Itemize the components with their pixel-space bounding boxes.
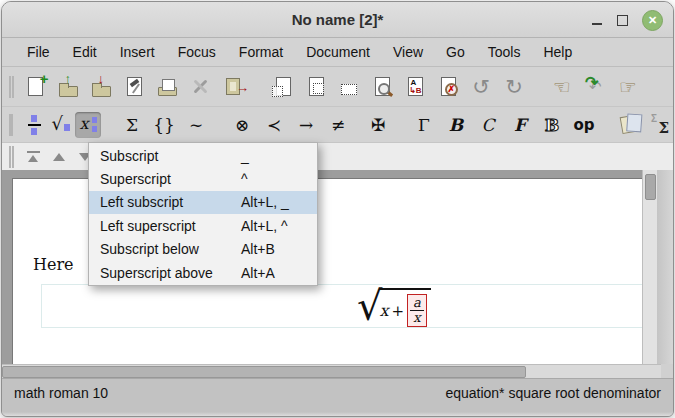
back-button[interactable] [549, 74, 575, 100]
go-up-icon [53, 152, 65, 162]
menu-bar: FileEditInsertFocusFormatDocumentViewGoT… [2, 38, 673, 66]
cut-button[interactable] [336, 74, 362, 100]
menu-Go[interactable]: Go [445, 42, 466, 62]
toolbar-drag-handle[interactable] [9, 76, 14, 98]
dropdown-item[interactable]: Subscript belowAlt+B [89, 238, 317, 261]
menu-Tools[interactable]: Tools [487, 42, 522, 62]
sqrt-button[interactable] [48, 112, 74, 138]
redo-button[interactable] [501, 74, 527, 100]
math-symbol-brackets-button[interactable]: {} [151, 112, 177, 138]
sqrt-icon [52, 115, 71, 135]
minimize-button[interactable] [591, 14, 603, 26]
fraction-button[interactable] [21, 112, 47, 138]
menu-Insert[interactable]: Insert [119, 42, 156, 62]
preferences-button[interactable] [187, 74, 213, 100]
dropdown-item[interactable]: Superscript^ [89, 167, 317, 190]
new-document-icon [28, 77, 43, 96]
scripts-button[interactable] [75, 112, 101, 138]
menu-Help[interactable]: Help [542, 42, 573, 62]
math-symbol-calligraphic-letter-button[interactable]: C [475, 112, 501, 138]
go-up-button[interactable] [48, 147, 70, 167]
print-button[interactable] [154, 74, 180, 100]
document-style-icon [127, 77, 142, 96]
dropdown-item[interactable]: Left subscriptAlt+L, _ [89, 191, 317, 214]
find-button[interactable] [369, 74, 395, 100]
scrollbar-corner [661, 364, 674, 378]
dropdown-item-shortcut: Alt+B [241, 241, 275, 257]
math-symbol-fraktur-letter-button[interactable]: F [507, 112, 533, 138]
formula-operator: + [392, 302, 405, 320]
window-title: No name [2]* [292, 11, 384, 28]
spell-button[interactable] [435, 74, 461, 100]
math-formula[interactable]: √ x + a x [357, 285, 431, 329]
close-document-button[interactable] [220, 74, 246, 100]
replace-icon [408, 77, 423, 96]
copy-button[interactable] [270, 74, 296, 100]
equation-block[interactable] [41, 284, 645, 328]
toolbar-drag-handle[interactable] [9, 146, 14, 168]
window-right-rim [657, 170, 673, 364]
maximize-button[interactable] [617, 15, 628, 26]
menu-View[interactable]: View [392, 42, 424, 62]
horizontal-scrollbar-thumb[interactable] [2, 366, 526, 378]
application-window: No name [2]* FileEditInsertFocusFormatDo… [1, 1, 674, 417]
scripts-icon [80, 115, 97, 135]
document-text[interactable]: Here [33, 255, 74, 274]
undo-button[interactable] [468, 74, 494, 100]
dropdown-item-label: Left superscript [100, 218, 196, 234]
title-bar[interactable]: No name [2]* [2, 2, 673, 38]
math-symbol-miscellaneous-symbol-button[interactable]: ✠ [365, 112, 391, 138]
dropdown-item-label: Left subscript [100, 194, 183, 210]
math-symbol-big-operator-button[interactable]: Σ [119, 112, 145, 138]
menu-Edit[interactable]: Edit [72, 42, 98, 62]
save-document-button[interactable] [88, 74, 114, 100]
scripts-dropdown-menu: Subscript_Superscript^Left subscriptAlt+… [88, 142, 318, 286]
dropdown-item[interactable]: Subscript_ [89, 144, 317, 167]
menu-File[interactable]: File [26, 42, 51, 62]
vertical-scrollbar[interactable] [642, 170, 657, 364]
find-icon [375, 77, 390, 96]
undo-icon [472, 75, 490, 99]
forward-icon [619, 75, 637, 99]
math-symbol-greek-letter-button[interactable]: Γ [411, 112, 437, 138]
math-symbol-negation-button[interactable]: ≠ [325, 112, 351, 138]
close-button[interactable] [642, 10, 663, 31]
insert-sum-icon [651, 115, 669, 135]
math-symbol-binary-relation-button[interactable]: ≺ [261, 112, 287, 138]
save-document-icon [92, 86, 111, 97]
cursor-focus-box[interactable]: a x [407, 294, 427, 327]
dropdown-item[interactable]: Superscript aboveAlt+A [89, 261, 317, 284]
math-symbol-circled-operator-button[interactable]: ⊗ [229, 112, 255, 138]
open-document-button[interactable] [55, 74, 81, 100]
math-symbol-bold-letter-button[interactable]: B [443, 112, 469, 138]
cards-button[interactable] [615, 112, 641, 138]
menu-Focus[interactable]: Focus [177, 42, 217, 62]
exit-top-button[interactable] [22, 147, 44, 167]
horizontal-scrollbar[interactable] [2, 364, 661, 378]
preferences-icon [191, 77, 209, 96]
document-style-button[interactable] [121, 74, 147, 100]
math-symbol-arrow-button[interactable]: → [293, 112, 319, 138]
math-symbol-blackboard-bold-letter-button[interactable]: B [539, 112, 565, 138]
vertical-scrollbar-thumb[interactable] [645, 174, 656, 200]
dropdown-item-shortcut: _ [241, 148, 249, 164]
main-toolbar [2, 66, 673, 106]
new-document-button[interactable] [22, 74, 48, 100]
close-document-icon [226, 78, 240, 95]
toolbar-drag-handle[interactable] [9, 114, 13, 136]
paste-icon [309, 77, 324, 96]
reload-button[interactable] [582, 74, 608, 100]
menu-Format[interactable]: Format [238, 42, 284, 62]
math-symbol-operator-text-button[interactable]: op [571, 112, 597, 138]
dropdown-item[interactable]: Left superscriptAlt+L, ^ [89, 214, 317, 237]
copy-icon [276, 77, 291, 96]
dropdown-item-shortcut: Alt+L, ^ [241, 218, 288, 234]
menu-Document[interactable]: Document [305, 42, 371, 62]
replace-button[interactable] [402, 74, 428, 100]
forward-button[interactable] [615, 74, 641, 100]
math-symbol-wide-accent-button[interactable]: ∼ [183, 112, 209, 138]
insert-sum-button[interactable] [647, 112, 673, 138]
status-right: equation* square root denominator [445, 385, 661, 401]
paste-button[interactable] [303, 74, 329, 100]
status-left: math roman 10 [14, 385, 108, 401]
